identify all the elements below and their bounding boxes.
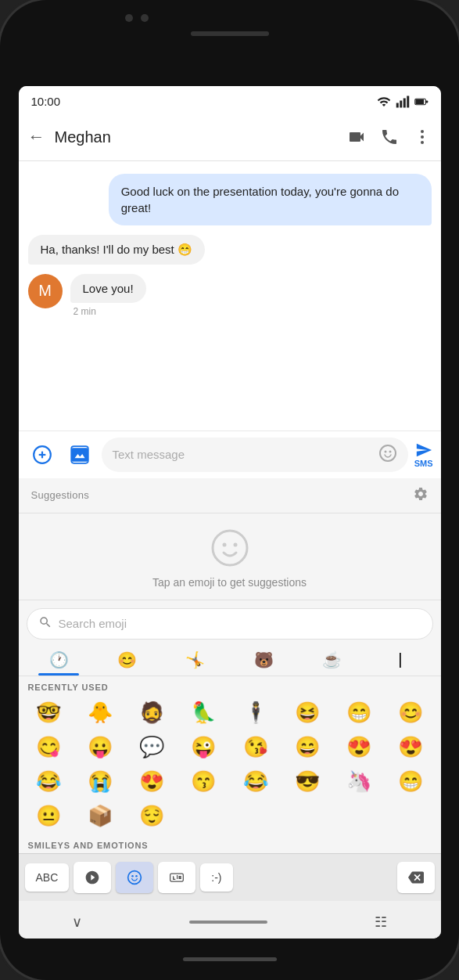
emoji-cell[interactable]: 😁 — [385, 766, 436, 798]
emoji-cell[interactable]: 😜 — [178, 731, 228, 764]
incoming-message-group-2: M Love you! 2 min — [28, 274, 432, 317]
app-bar: ← Meghan — [19, 114, 441, 161]
status-bar: 10:00 — [19, 86, 441, 114]
emoji-search-box[interactable]: Search emoji — [27, 608, 433, 640]
tab-smileys[interactable]: 😊 — [93, 644, 161, 676]
svg-point-19 — [233, 542, 237, 546]
camera-dot-left — [125, 14, 133, 22]
emoji-keyboard: Search emoji 🕐 😊 🤸 🐻 ☕ | RECENTLY USED 🤓… — [19, 600, 441, 901]
text-emoji-button[interactable]: :-) — [200, 863, 232, 892]
more-options-icon[interactable] — [413, 128, 432, 146]
contact-name: Meghan — [55, 128, 347, 146]
svg-rect-3 — [407, 95, 409, 107]
smileys-label: SMILEYS AND EMOTIONS — [19, 834, 441, 853]
emoji-cell[interactable]: 🤓 — [23, 697, 74, 730]
stickers-button[interactable] — [74, 862, 111, 893]
emoji-cell[interactable]: 😭 — [75, 766, 125, 798]
emoji-search-row: Search emoji — [19, 600, 441, 644]
abc-button[interactable]: ABC — [25, 863, 70, 892]
suggestions-label: Suggestions — [31, 489, 89, 501]
emoji-cell[interactable]: 😁 — [334, 697, 384, 730]
avatar: M — [28, 274, 63, 308]
emoji-cell[interactable]: 💬 — [127, 731, 177, 764]
signal-icon — [396, 95, 410, 109]
incoming-message-group-1: Ha, thanks! I'll do my best 😁 — [28, 235, 432, 265]
emoji-cell[interactable]: 🕴 — [231, 697, 281, 730]
bottom-indicator — [183, 957, 277, 961]
phone-call-icon[interactable] — [380, 128, 399, 146]
svg-rect-6 — [425, 100, 428, 103]
incoming-message-1: Ha, thanks! I'll do my best 😁 — [28, 235, 205, 265]
emoji-keyboard-button[interactable] — [116, 862, 153, 893]
emoji-cell[interactable]: 🧔 — [127, 697, 177, 730]
sms-send-button[interactable]: SMS — [414, 441, 433, 468]
gif-input-button[interactable] — [158, 862, 195, 893]
suggestions-bar: Suggestions — [19, 478, 441, 513]
emoji-cell[interactable]: 😂 — [231, 766, 281, 798]
wifi-icon — [377, 95, 391, 109]
emoji-cell[interactable]: 😍 — [334, 731, 384, 764]
video-call-icon[interactable] — [347, 128, 366, 146]
recently-used-label: RECENTLY USED — [19, 676, 441, 695]
add-button[interactable] — [27, 439, 58, 470]
tab-more[interactable]: | — [366, 644, 434, 675]
svg-point-8 — [421, 135, 424, 139]
emoji-cell[interactable]: 😎 — [282, 766, 332, 798]
svg-point-7 — [421, 130, 424, 133]
emoji-cell[interactable]: 😌 — [127, 800, 177, 833]
tab-activities[interactable]: 🤸 — [161, 644, 229, 676]
svg-point-16 — [389, 450, 391, 452]
emoji-cell[interactable]: 😆 — [282, 697, 332, 730]
tab-animals[interactable]: 🐻 — [229, 644, 297, 676]
incoming-bubbles-2: Love you! 2 min — [70, 274, 146, 317]
emoji-cell[interactable]: 😋 — [23, 731, 74, 764]
emoji-cell[interactable]: 😐 — [23, 800, 74, 833]
nav-back-button[interactable]: ∨ — [72, 913, 82, 931]
emoji-cell[interactable]: 😘 — [231, 731, 281, 764]
tap-emoji-hint: Tap an emoji to get suggestions — [152, 576, 307, 589]
messages-area: Good luck on the presentation today, you… — [19, 161, 441, 431]
tab-recent[interactable]: 🕐 — [25, 644, 93, 676]
emoji-cell[interactable]: 🦄 — [334, 766, 384, 798]
keyboard-bottom-row: ABC :-) — [19, 853, 441, 901]
svg-rect-5 — [415, 99, 424, 104]
svg-rect-1 — [400, 100, 402, 107]
svg-point-21 — [132, 875, 134, 877]
emoji-cell[interactable]: 🐥 — [75, 697, 125, 730]
svg-point-18 — [222, 542, 226, 546]
status-time: 10:00 — [31, 95, 61, 108]
emoji-cell[interactable]: 😊 — [385, 697, 436, 730]
nav-keyboard-button[interactable]: ☷ — [375, 913, 387, 931]
svg-point-20 — [128, 870, 142, 884]
emoji-cell[interactable]: 🦜 — [178, 697, 228, 730]
emoji-cell[interactable]: 😂 — [23, 766, 74, 798]
message-time: 2 min — [70, 306, 146, 317]
emoji-cell[interactable]: 😄 — [282, 731, 332, 764]
svg-point-15 — [384, 450, 386, 452]
search-icon — [38, 615, 52, 632]
emoji-cell[interactable]: 😍 — [385, 731, 436, 764]
battery-icon — [414, 95, 429, 109]
text-input-area[interactable]: Text message — [102, 438, 408, 472]
input-row: Text message SMS — [19, 431, 441, 478]
emoji-cell[interactable]: 📦 — [75, 800, 125, 833]
svg-rect-0 — [396, 103, 398, 107]
svg-point-17 — [213, 531, 247, 565]
emoji-cell[interactable]: 😛 — [75, 731, 125, 764]
svg-point-22 — [136, 875, 138, 877]
suggestions-gear-button[interactable] — [413, 486, 429, 505]
camera-dot-right — [141, 14, 149, 22]
phone-screen: 10:00 ← Meghan Good luck on the presenta… — [19, 86, 441, 939]
tab-food[interactable]: ☕ — [298, 644, 366, 676]
nav-home-pill[interactable] — [189, 921, 267, 924]
phone-frame: 10:00 ← Meghan Good luck on the presenta… — [0, 0, 459, 980]
phone-top-bar — [0, 0, 459, 42]
emoji-cell[interactable]: 😙 — [178, 766, 228, 798]
back-button[interactable]: ← — [28, 127, 45, 147]
phone-bottom-bar — [0, 939, 459, 980]
emoji-input-button[interactable] — [378, 444, 397, 466]
emoji-cell[interactable]: 😍 — [127, 766, 177, 798]
backspace-button[interactable] — [397, 862, 435, 893]
incoming-message-2: Love you! — [70, 274, 146, 303]
media-button[interactable] — [64, 439, 95, 470]
